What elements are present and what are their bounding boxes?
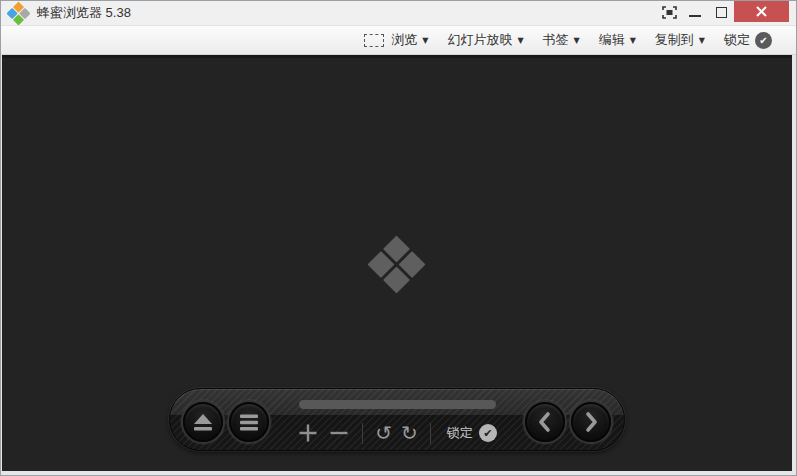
zoom-slider[interactable]	[299, 400, 496, 409]
app-title: 蜂蜜浏览器 5.38	[37, 4, 131, 22]
close-icon	[755, 5, 768, 18]
divider	[362, 423, 363, 444]
app-logo-icon	[6, 2, 30, 25]
minimize-button[interactable]	[682, 1, 708, 23]
toolbar-menu-edit[interactable]: 编辑 ▼	[599, 31, 636, 49]
viewer-canvas[interactable]: ↺ ↻ 锁定 ✔	[2, 55, 792, 471]
eject-icon	[192, 413, 214, 432]
prev-icon	[534, 410, 556, 434]
fullscreen-button[interactable]	[656, 1, 682, 23]
menu-label: 幻灯片放映	[447, 31, 512, 49]
toolbar-lock-toggle[interactable]: 锁定 ✔	[724, 31, 772, 49]
menu-label: 复制到	[655, 31, 694, 49]
divider	[430, 423, 431, 444]
toolbar-menu-copy-to[interactable]: 复制到 ▼	[655, 31, 705, 49]
dropdown-arrow-icon: ▼	[699, 36, 705, 45]
eject-button[interactable]	[183, 402, 223, 442]
dropdown-arrow-icon: ▼	[422, 36, 428, 45]
title-bar: 蜂蜜浏览器 5.38	[1, 1, 796, 26]
menu-icon	[239, 414, 259, 431]
toolbar-menu-bookmarks[interactable]: 书签 ▼	[543, 31, 580, 49]
menu-label: 浏览	[391, 31, 417, 49]
playback-bar: ↺ ↻ 锁定 ✔	[169, 388, 625, 451]
next-icon	[580, 410, 602, 434]
prev-button[interactable]	[525, 402, 565, 442]
browse-frame-icon	[364, 34, 384, 47]
lock-label: 锁定	[447, 424, 473, 442]
menu-label: 编辑	[599, 31, 625, 49]
watermark-logo	[376, 244, 417, 285]
maximize-icon	[716, 7, 727, 18]
dropdown-arrow-icon: ▼	[574, 36, 580, 45]
minimize-icon	[689, 15, 701, 17]
lock-label: 锁定	[724, 31, 750, 49]
playback-bar-center: ↺ ↻ 锁定 ✔	[275, 389, 519, 444]
toolbar-menu-browse[interactable]: 浏览 ▼	[364, 31, 428, 49]
rotate-ccw-icon[interactable]: ↺	[375, 422, 392, 444]
zoom-out-icon[interactable]	[328, 422, 350, 444]
fullscreen-icon	[662, 6, 677, 19]
zoom-in-icon[interactable]	[297, 422, 319, 444]
app-window: 蜂蜜浏览器 5.38 浏览	[0, 0, 797, 476]
close-button[interactable]	[734, 1, 789, 22]
maximize-button[interactable]	[708, 1, 734, 23]
menu-button[interactable]	[229, 402, 269, 442]
dropdown-arrow-icon: ▼	[517, 36, 523, 45]
next-button[interactable]	[571, 402, 611, 442]
toolbar: 浏览 ▼ 幻灯片放映 ▼ 书签 ▼ 编辑 ▼ 复制到 ▼ 锁定 ✔	[1, 26, 796, 55]
bar-lock-toggle[interactable]: 锁定 ✔	[447, 424, 497, 442]
toolbar-menu-slideshow[interactable]: 幻灯片放映 ▼	[447, 31, 523, 49]
dropdown-arrow-icon: ▼	[630, 36, 636, 45]
lock-check-icon: ✔	[479, 424, 497, 442]
window-controls	[656, 1, 796, 25]
icon-row: ↺ ↻ 锁定 ✔	[297, 422, 497, 444]
menu-label: 书签	[543, 31, 569, 49]
lock-check-icon: ✔	[755, 32, 772, 49]
rotate-cw-icon[interactable]: ↻	[401, 422, 418, 444]
